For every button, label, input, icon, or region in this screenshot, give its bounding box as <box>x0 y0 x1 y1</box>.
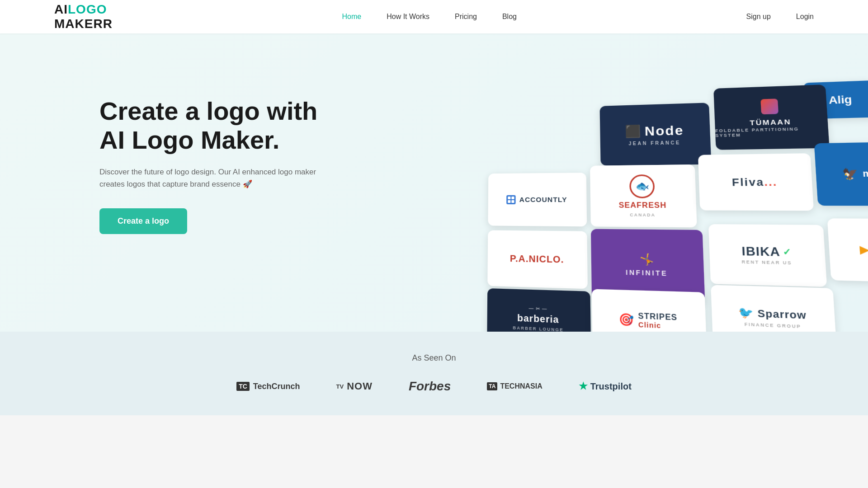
logo-card-seafresh: 🐟 SEAFRESH CANADA <box>590 164 697 227</box>
nav-actions: Sign up Login <box>746 13 814 21</box>
nav-home[interactable]: Home <box>342 13 362 21</box>
create-logo-button[interactable]: Create a logo <box>99 208 187 234</box>
nav-blog[interactable]: Blog <box>502 13 517 21</box>
signup-link[interactable]: Sign up <box>746 13 771 21</box>
nav-links: Home How It Works Pricing Blog <box>342 13 517 21</box>
logo-card-sparrow: 🐦 Sparrow FINANCE GROUP <box>711 285 837 332</box>
as-seen-title: As Seen On <box>54 353 814 363</box>
logo-card-paniclo: P.A.NICLO. <box>487 230 588 289</box>
nav-how-it-works[interactable]: How It Works <box>387 13 429 21</box>
press-techcrunch: TC TechCrunch <box>236 382 300 391</box>
logo-card-stripes: 🎯 STRIPES Clinic <box>592 289 707 332</box>
logo-logo: LOGO <box>68 2 107 16</box>
as-seen-section: As Seen On TC TechCrunch TV NOW Forbes T… <box>0 332 868 415</box>
press-logos: TC TechCrunch TV NOW Forbes TA TECHNASIA… <box>54 379 814 394</box>
press-forbes: Forbes <box>409 379 451 394</box>
hero-content: Create a logo with AI Logo Maker. Discov… <box>99 70 335 234</box>
logo-card-barberia: — ✂ — barberia BARBER LOUNGE <box>487 288 591 332</box>
logo[interactable]: AILOGOMAKERR <box>54 2 113 31</box>
logo-card-node: ⬛ Node JEAN FRANCE <box>600 103 712 165</box>
hero-section: Create a logo with AI Logo Maker. Discov… <box>0 33 868 332</box>
logo-card-ibika: IBIKA ✓ RENT NEAR US <box>708 224 827 287</box>
logo-makerr: MAKERR <box>54 17 113 31</box>
press-technasia: TA TECHNASIA <box>487 382 542 390</box>
press-trustpilot: ★ Trustpilot <box>579 380 632 392</box>
logo-ai: AI <box>54 2 68 16</box>
hero-title: Create a logo with AI Logo Maker. <box>99 97 335 155</box>
logo-mosaic: Alig ⬛ Node JEAN FRANCE TÜMAAN FOLDABLE … <box>468 57 866 332</box>
login-link[interactable]: Login <box>796 13 814 21</box>
press-tvnow: TV NOW <box>336 380 373 392</box>
navbar: AILOGOMAKERR Home How It Works Pricing B… <box>0 0 868 33</box>
logo-card-profitw: ▶ ProfitW <box>827 218 868 283</box>
hero-description: Discover the future of logo design. Our … <box>99 166 335 190</box>
logo-card-minecraft: 🦅 minecraft <box>814 141 868 206</box>
logo-card-accountly: ACCOUNTLY <box>488 173 587 226</box>
logo-card-tumaan: TÜMAAN FOLDABLE PARTITIONING SYSTEM <box>713 84 830 150</box>
nav-pricing[interactable]: Pricing <box>455 13 477 21</box>
logo-card-fliva: Fliva... <box>698 153 814 211</box>
